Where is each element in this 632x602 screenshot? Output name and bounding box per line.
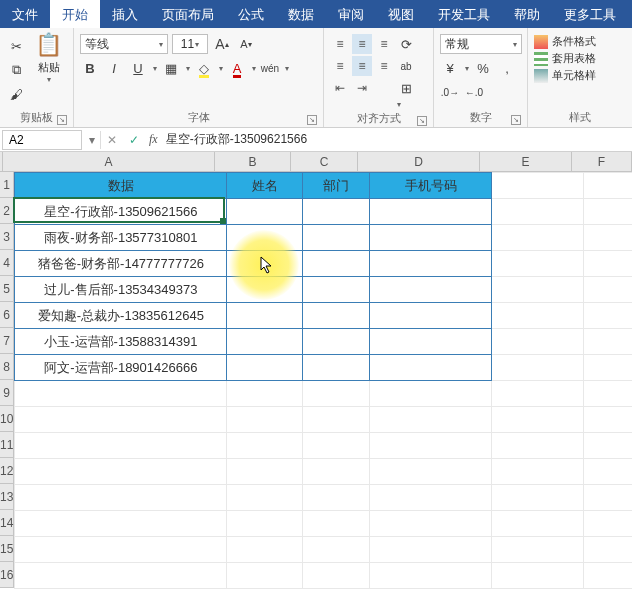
cell-E14[interactable] <box>492 511 584 537</box>
align-center-icon[interactable]: ≡ <box>352 56 372 76</box>
cell-D6[interactable] <box>370 303 492 329</box>
percent-icon[interactable]: % <box>473 58 493 78</box>
font-size-combo[interactable]: 11▾ <box>172 34 208 54</box>
cell-B1[interactable]: 姓名 <box>227 173 303 199</box>
cell-C2[interactable] <box>303 199 370 225</box>
cell-E6[interactable] <box>492 303 584 329</box>
menu-tab-9[interactable]: 帮助 <box>502 0 552 28</box>
cell-B4[interactable] <box>227 251 303 277</box>
cell-B13[interactable] <box>227 485 303 511</box>
cell-F1[interactable] <box>584 173 632 199</box>
underline-button[interactable]: U <box>128 58 148 78</box>
cell-C12[interactable] <box>303 459 370 485</box>
cell-A7[interactable]: 小玉-运营部-13588314391 <box>15 329 227 355</box>
menu-tab-2[interactable]: 插入 <box>100 0 150 28</box>
cell-F10[interactable] <box>584 407 632 433</box>
formula-input[interactable]: 星空-行政部-13509621566 <box>162 129 632 150</box>
cell-D10[interactable] <box>370 407 492 433</box>
cell-C11[interactable] <box>303 433 370 459</box>
row-header-7[interactable]: 7 <box>0 328 14 354</box>
cell-C15[interactable] <box>303 537 370 563</box>
cell-C14[interactable] <box>303 511 370 537</box>
cell-E9[interactable] <box>492 381 584 407</box>
cell-B9[interactable] <box>227 381 303 407</box>
increase-indent-icon[interactable]: ⇥ <box>352 78 372 98</box>
cell-F11[interactable] <box>584 433 632 459</box>
cell-A1[interactable]: 数据 <box>15 173 227 199</box>
cell-F7[interactable] <box>584 329 632 355</box>
cell-B11[interactable] <box>227 433 303 459</box>
grow-font-icon[interactable]: A▴ <box>212 34 232 54</box>
border-icon[interactable]: ▦ <box>161 58 181 78</box>
menu-tab-1[interactable]: 开始 <box>50 0 100 28</box>
comma-icon[interactable]: , <box>497 58 517 78</box>
cell-C10[interactable] <box>303 407 370 433</box>
cell-C13[interactable] <box>303 485 370 511</box>
cell-B15[interactable] <box>227 537 303 563</box>
cell-F3[interactable] <box>584 225 632 251</box>
chevron-down-icon[interactable]: ▾ <box>153 64 157 73</box>
cell-B10[interactable] <box>227 407 303 433</box>
cell-E16[interactable] <box>492 563 584 589</box>
number-format-combo[interactable]: 常规▾ <box>440 34 522 54</box>
cell-C3[interactable] <box>303 225 370 251</box>
row-header-13[interactable]: 13 <box>0 484 14 510</box>
phonetic-icon[interactable]: wén <box>260 58 280 78</box>
shrink-font-icon[interactable]: A▾ <box>236 34 256 54</box>
cell-F9[interactable] <box>584 381 632 407</box>
row-header-8[interactable]: 8 <box>0 354 14 380</box>
bold-button[interactable]: B <box>80 58 100 78</box>
cell-D13[interactable] <box>370 485 492 511</box>
align-middle-icon[interactable]: ≡ <box>352 34 372 54</box>
chevron-down-icon[interactable]: ▾ <box>397 100 416 109</box>
row-header-5[interactable]: 5 <box>0 276 14 302</box>
cell-A6[interactable]: 爱知趣-总裁办-13835612645 <box>15 303 227 329</box>
cell-A3[interactable]: 雨夜-财务部-13577310801 <box>15 225 227 251</box>
row-header-3[interactable]: 3 <box>0 224 14 250</box>
cell-F16[interactable] <box>584 563 632 589</box>
cell-C5[interactable] <box>303 277 370 303</box>
cell-F5[interactable] <box>584 277 632 303</box>
format-as-table-button[interactable]: 套用表格 <box>534 51 596 66</box>
menu-tab-10[interactable]: 更多工具 <box>552 0 628 28</box>
cell-C16[interactable] <box>303 563 370 589</box>
cell-F14[interactable] <box>584 511 632 537</box>
cell-A14[interactable] <box>15 511 227 537</box>
cell-A10[interactable] <box>15 407 227 433</box>
cell-E10[interactable] <box>492 407 584 433</box>
cell-B7[interactable] <box>227 329 303 355</box>
chevron-down-icon[interactable]: ▾ <box>252 64 256 73</box>
name-box-dropdown-icon[interactable]: ▾ <box>84 133 100 147</box>
align-left-icon[interactable]: ≡ <box>330 56 350 76</box>
dialog-launcher-icon[interactable]: ↘ <box>511 115 521 125</box>
cell-E7[interactable] <box>492 329 584 355</box>
italic-button[interactable]: I <box>104 58 124 78</box>
increase-decimal-icon[interactable]: .0→ <box>440 82 460 102</box>
menu-tab-6[interactable]: 审阅 <box>326 0 376 28</box>
menu-tab-0[interactable]: 文件 <box>0 0 50 28</box>
cell-E8[interactable] <box>492 355 584 381</box>
menu-tab-8[interactable]: 开发工具 <box>426 0 502 28</box>
cell-A16[interactable] <box>15 563 227 589</box>
column-header-A[interactable]: A <box>3 152 215 171</box>
cell-C7[interactable] <box>303 329 370 355</box>
currency-icon[interactable]: ¥ <box>440 58 460 78</box>
cell-B12[interactable] <box>227 459 303 485</box>
fill-color-icon[interactable]: ◇ <box>194 58 214 78</box>
cell-C9[interactable] <box>303 381 370 407</box>
cell-A11[interactable] <box>15 433 227 459</box>
cell-D4[interactable] <box>370 251 492 277</box>
cell-B8[interactable] <box>227 355 303 381</box>
cell-D16[interactable] <box>370 563 492 589</box>
cell-B14[interactable] <box>227 511 303 537</box>
cells-area[interactable]: 数据姓名部门手机号码星空-行政部-13509621566雨夜-财务部-13577… <box>14 172 632 589</box>
cell-C8[interactable] <box>303 355 370 381</box>
cell-B2[interactable] <box>227 199 303 225</box>
chevron-down-icon[interactable]: ▾ <box>513 40 517 49</box>
dialog-launcher-icon[interactable]: ↘ <box>57 115 67 125</box>
menu-tab-3[interactable]: 页面布局 <box>150 0 226 28</box>
font-name-combo[interactable]: 等线▾ <box>80 34 168 54</box>
column-header-C[interactable]: C <box>291 152 358 171</box>
chevron-down-icon[interactable]: ▾ <box>47 75 51 84</box>
cell-E15[interactable] <box>492 537 584 563</box>
